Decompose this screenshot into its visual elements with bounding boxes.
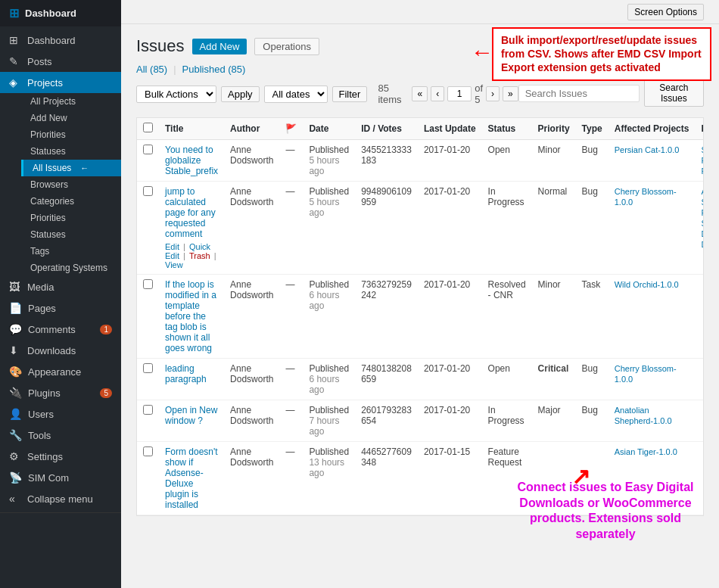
sidebar-item-comments[interactable]: 💬 Comments 1	[0, 319, 121, 340]
sidebar-item-downloads[interactable]: ⬇ Downloads	[0, 340, 121, 361]
prev-page-button[interactable]: ‹	[431, 86, 444, 101]
affected-link[interactable]: Cherry Blossom-1.0.0	[615, 364, 677, 384]
col-priority[interactable]: Priority	[532, 118, 576, 140]
affected-link[interactable]: Asian Tiger-1.0.0	[615, 447, 677, 456]
sidebar-item-label: Projects	[27, 77, 63, 89]
filter-all-link[interactable]: All (85)	[136, 64, 167, 75]
sidebar-item-pages[interactable]: 📄 Pages	[0, 297, 121, 319]
row-actions: Edit | Quick Edit | Trash | View	[165, 242, 218, 269]
sidebar-item-tags[interactable]: Tags	[21, 243, 121, 260]
sidebar-item-priorities[interactable]: Priorities	[21, 126, 121, 143]
col-author[interactable]: Author	[224, 118, 279, 140]
row-checkbox[interactable]	[143, 279, 153, 289]
issue-title-link[interactable]: You need to globalize Stable_prefix	[165, 145, 218, 176]
row-action-edit[interactable]: Edit	[165, 242, 179, 251]
sidebar-logo[interactable]: ⊞ Dashboard	[0, 0, 121, 26]
sidebar-item-categories[interactable]: Categories	[21, 193, 121, 210]
product-link[interactable]: Another Sample Product, A Sample Digital…	[701, 187, 704, 249]
pages-icon: 📄	[9, 302, 22, 314]
sidebar-item-media[interactable]: 🖼 Media	[0, 276, 121, 297]
row-checkbox[interactable]	[143, 405, 153, 415]
row-affected: Wild Orchid-1.0.0	[609, 275, 696, 359]
sidebar-item-browsers[interactable]: Browsers	[21, 176, 121, 193]
date-filter-select[interactable]: All dates	[264, 86, 328, 103]
sidebar-item-simcom[interactable]: 📡 SIM Com	[0, 467, 121, 488]
affected-link[interactable]: Cherry Blossom-1.0.0	[615, 187, 677, 207]
sidebar-item-priorities2[interactable]: Priorities	[21, 210, 121, 226]
search-input[interactable]	[518, 85, 640, 102]
row-product	[695, 359, 704, 400]
row-checkbox[interactable]	[143, 145, 153, 154]
col-title[interactable]: Title	[159, 118, 224, 140]
sidebar-item-collapse[interactable]: « Collapse menu	[0, 488, 121, 509]
sidebar-item-all-projects[interactable]: All Projects	[21, 93, 121, 110]
row-priority: Minor	[532, 140, 576, 182]
sidebar-item-operating-systems[interactable]: Operating Systems	[21, 260, 121, 276]
col-products[interactable]: Products	[695, 118, 704, 140]
row-title-cell: leading paragraph	[159, 359, 224, 400]
sidebar-item-dashboard[interactable]: ⊞ Dashboard	[0, 30, 121, 51]
operations-button[interactable]: Operations	[254, 38, 319, 55]
row-dash: —	[279, 140, 303, 182]
apply-button[interactable]: Apply	[221, 86, 260, 102]
row-title-cell: If the loop is modified in a template be…	[159, 275, 224, 359]
sidebar-item-projects[interactable]: ◈ Projects	[0, 72, 121, 93]
add-new-button[interactable]: Add New	[192, 39, 247, 54]
projects-icon: ◈	[9, 76, 21, 89]
col-date[interactable]: Date	[303, 118, 355, 140]
row-action-trash[interactable]: Trash	[189, 251, 210, 260]
col-id-votes[interactable]: ID / Votes	[355, 118, 418, 140]
issues-table-wrapper: Title Author 🚩 Date ID / Votes Last Upda…	[136, 117, 704, 516]
sidebar-item-tools[interactable]: 🔧 Tools	[0, 425, 121, 446]
row-status: In Progress	[482, 400, 532, 442]
affected-link[interactable]: Anatolian Shepherd-1.0.0	[615, 406, 672, 425]
row-status: Open	[482, 140, 532, 182]
issue-title-link[interactable]: If the loop is modified in a template be…	[165, 279, 216, 353]
col-status[interactable]: Status	[482, 118, 532, 140]
first-page-button[interactable]: «	[412, 86, 428, 101]
row-action-view[interactable]: View	[165, 260, 183, 269]
plugins-badge: 5	[100, 388, 112, 398]
col-type[interactable]: Type	[576, 118, 609, 140]
row-checkbox[interactable]	[143, 446, 153, 456]
search-button[interactable]: Search Issues	[644, 79, 704, 107]
filter-button[interactable]: Filter	[332, 86, 368, 102]
issue-title-link[interactable]: Form doesn't show if Adsense-Deluxe plug…	[165, 446, 218, 510]
row-author: Anne Dodsworth	[224, 442, 279, 515]
topbar: Screen Options	[121, 0, 719, 24]
page-number-input[interactable]	[447, 86, 472, 101]
screen-options-button[interactable]: Screen Options	[627, 4, 704, 20]
affected-link[interactable]: Persian Cat-1.0.0	[615, 145, 680, 154]
product-link[interactable]: Sample FREE Product	[701, 145, 704, 176]
row-type: Bug	[576, 182, 609, 275]
tags-label: Tags	[30, 246, 49, 257]
sidebar-item-all-issues[interactable]: All Issues ←	[21, 160, 121, 176]
issue-title-link[interactable]: Open in New window ?	[165, 405, 217, 426]
row-checkbox[interactable]	[143, 363, 153, 373]
col-last-update[interactable]: Last Update	[418, 118, 482, 140]
bulk-actions-select[interactable]: Bulk Actions	[136, 86, 216, 103]
issue-title-link[interactable]: leading paragraph	[165, 363, 207, 384]
row-id-votes: 9948906109 959	[355, 182, 418, 275]
row-date: Published6 hours ago	[303, 275, 355, 359]
row-checkbox[interactable]	[143, 186, 153, 196]
sidebar-item-statuses2[interactable]: Statuses	[21, 226, 121, 243]
row-checkbox-cell	[137, 359, 159, 400]
sidebar-item-appearance[interactable]: 🎨 Appearance	[0, 361, 121, 382]
last-page-button[interactable]: »	[503, 86, 518, 101]
categories-label: Categories	[30, 196, 74, 207]
sidebar-item-statuses[interactable]: Statuses	[21, 143, 121, 160]
col-affected[interactable]: Affected Projects	[609, 118, 696, 140]
filter-published-link[interactable]: Published (85)	[182, 64, 246, 75]
next-page-button[interactable]: ›	[486, 86, 500, 101]
issue-title-link[interactable]: jump to calculated page for any requeste…	[165, 186, 216, 239]
sidebar-item-users[interactable]: 👤 Users	[0, 403, 121, 425]
affected-link[interactable]: Wild Orchid-1.0.0	[615, 280, 679, 289]
sidebar-item-posts[interactable]: ✎ Posts	[0, 51, 121, 72]
row-checkbox-cell	[137, 442, 159, 515]
sidebar-item-plugins[interactable]: 🔌 Plugins 5	[0, 382, 121, 403]
sidebar-item-add-new-project[interactable]: Add New	[21, 110, 121, 126]
select-all-checkbox[interactable]	[143, 123, 153, 132]
row-author: Anne Dodsworth	[224, 400, 279, 442]
sidebar-item-settings[interactable]: ⚙ Settings	[0, 446, 121, 467]
